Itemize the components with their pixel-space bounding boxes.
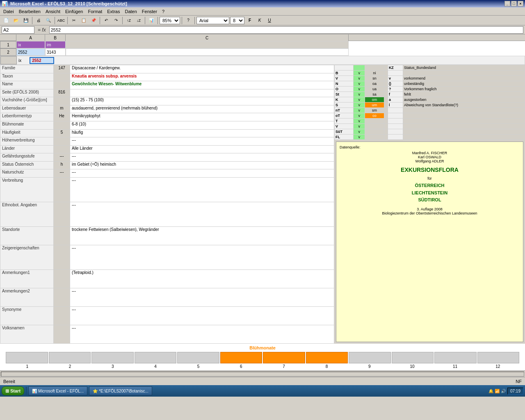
right-panel: KZ Status_Bundesland B v ni V v sn v vor… [334,65,525,344]
taskbar-excel-button[interactable]: 📊 Microsoft Excel - EFÖL... [28,386,87,395]
menu-fenster[interactable]: Fenster [139,8,160,15]
undo-button[interactable]: ↶ [102,16,111,25]
start-label: Start [10,388,21,393]
code-cell: sn [365,76,384,81]
cell-c1[interactable] [66,41,349,48]
bloom-num-9: 9 [348,364,391,369]
menu-daten[interactable]: Daten [122,8,139,15]
sort-asc-button[interactable]: ↑Z [124,16,133,25]
fontsize-select[interactable]: 8 10 12 [230,17,244,24]
kz-cell [388,108,403,113]
formula-input[interactable] [49,26,523,34]
bloom-num-7: 7 [262,364,305,369]
bloom-bar-1 [6,352,48,363]
cut-button[interactable]: ✂ [69,16,78,25]
status-row-3: O v ua ? Vorkommen fraglich [335,87,525,92]
print-preview-button[interactable]: 🔍 [44,16,53,25]
code-cell [365,129,384,135]
systray-icons: 🔔 📶 🔊 [488,389,506,393]
verbreitung-label: Verbreitung [0,178,54,202]
open-button[interactable]: 📂 [11,16,21,25]
font-select[interactable]: Arial [196,17,229,24]
v-cell: v [354,97,365,103]
cell-a2[interactable]: 2552 [16,48,45,56]
region-cell: oT [335,113,354,119]
v-cell: v [354,103,365,108]
zeigereigenschaften-value: --- [70,245,334,270]
chart-button[interactable]: 📊 [147,16,156,25]
bluehmonate-label: Blühmonate [0,121,54,129]
menu-einfuegen[interactable]: Einfügen [63,8,85,15]
menu-format[interactable]: Format [85,8,105,15]
excel-icon: 📊 [32,389,37,393]
vuchshoehe-value: (15) 25 - 75 (100) [70,97,334,105]
gefaehrdungsstufe-value: --- [70,153,334,162]
bold-button[interactable]: F [245,16,254,25]
kz-cell: f [388,92,403,97]
author-1: Manfred A. FISCHER [340,151,520,155]
lebensdauer-code: m [54,105,70,113]
code-cell: ua [365,87,384,92]
menu-help[interactable]: ? [160,8,167,15]
status-table: KZ Status_Bundesland B v ni V v sn v vor… [334,65,525,140]
menu-datei[interactable]: Datei [1,8,16,15]
menu-ansicht[interactable]: Ansicht [43,8,63,15]
help-button[interactable]: ? [184,16,193,25]
ix-value[interactable]: 2552 [30,57,54,64]
toolbar-sep-4 [100,17,100,24]
v-cell: v [354,92,365,97]
statusoesterreich-value: im Gebiet (=Ö) heimisch [70,161,334,169]
status-val-cell: fehlt [403,92,525,97]
close-button[interactable]: × [518,1,523,7]
restore-button[interactable]: □ [511,1,517,7]
region-cell: nT [335,108,354,113]
copy-button[interactable]: 📋 [79,16,88,25]
book-title: EXKURSIONSFLORA [340,167,520,173]
cell-b1[interactable]: im [45,41,66,48]
spell-check-button[interactable]: ABC [57,16,66,25]
menu-bearbeiten[interactable]: Bearbeiten [16,8,43,15]
italic-button[interactable]: K [255,16,264,25]
region-cell: FL [335,135,354,140]
publisher: Biologiezentrum der Oberösterreichischen… [340,211,520,215]
cell-reference-box[interactable]: A2 [2,26,34,34]
verbreitung-value: --- [70,178,334,202]
region-cell: N [335,81,354,87]
cell-a1[interactable]: ix [16,41,45,48]
bloom-bar-7 [263,352,305,363]
print-button[interactable]: 🖨 [34,16,43,25]
bloom-num-2: 2 [48,364,91,369]
start-button[interactable]: ⊞ Start [2,386,24,395]
cell-b2[interactable]: 3143 [45,48,66,56]
bloom-bar-12 [477,352,520,363]
sort-desc-button[interactable]: ↓Z [134,16,143,25]
menu-extras[interactable]: Extras [105,8,122,15]
standorte-label: Standorte [0,227,54,245]
app-icon: 📊 [2,1,8,7]
taxon-label: Taxon [0,73,54,81]
new-button[interactable]: 📄 [2,16,11,25]
status-val-cell [403,71,525,76]
minimize-button[interactable]: _ [504,1,510,7]
statusoesterreich-code: h [54,161,70,169]
cell-c2[interactable] [66,48,349,56]
paste-button[interactable]: 📌 [89,16,98,25]
underline-button[interactable]: U [265,16,274,25]
taskbar-botanik-button[interactable]: ⭐ *E:\EFÖLS2007\Botanisc... [89,386,152,395]
toolbar-sep-6 [145,17,145,24]
redo-button[interactable]: ↷ [112,16,121,25]
ethnobot-value: --- [70,202,334,227]
save-button[interactable]: 💾 [21,16,30,25]
kz-cell: ? [388,87,403,92]
scrollbar-area[interactable] [0,370,525,377]
status-val-cell: vorkommend [403,76,525,81]
taskbar-excel-label: Microsoft Excel - EFÖL... [38,389,84,393]
kz-cell [388,135,403,140]
datenquelle-label: Datenquelle: [340,145,520,149]
anmerkungen2-row: Anmerkungen2 --- [0,288,334,307]
familie-row: Familie 147 Dipsacaceae / Kardengew. [0,65,334,73]
lebensdauer-value: ausdauernd, perennierend (mehrmals blühe… [70,105,334,113]
laender-label: Länder [0,145,54,153]
bloom-bar-3 [91,352,134,363]
zoom-select[interactable]: 85% 100% [160,17,180,24]
